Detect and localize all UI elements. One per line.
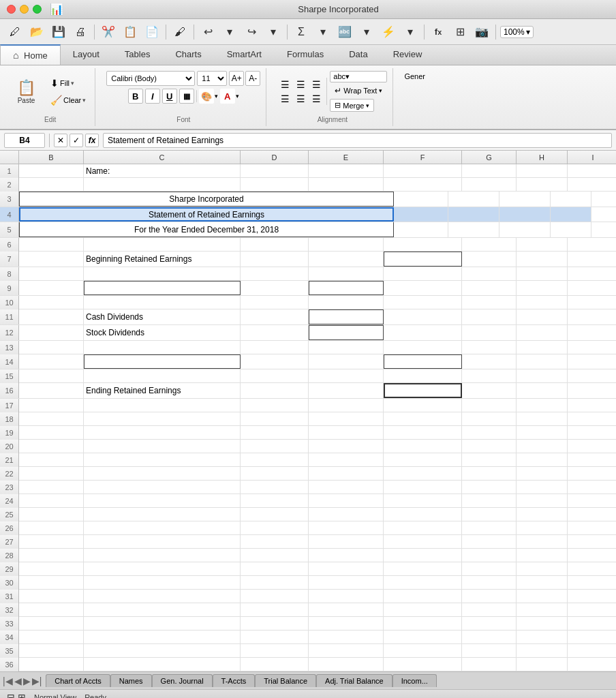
cell-g9[interactable] xyxy=(462,281,517,296)
cell-c14-input[interactable] xyxy=(84,354,241,369)
cell-e33[interactable] xyxy=(309,617,384,631)
cell-g33[interactable] xyxy=(462,617,517,631)
tab-layout[interactable]: Layout xyxy=(61,45,112,65)
cell-b24[interactable] xyxy=(19,494,84,508)
cell-g2[interactable] xyxy=(462,178,517,192)
cell-b25[interactable] xyxy=(19,508,84,521)
cell-c8[interactable] xyxy=(84,267,241,281)
cell-i4[interactable] xyxy=(499,207,551,222)
cell-b17[interactable] xyxy=(19,399,84,412)
tab-last-icon[interactable]: ▶| xyxy=(32,676,42,686)
align-bot-right[interactable]: ☰ xyxy=(309,92,324,106)
cell-d11[interactable] xyxy=(241,309,309,324)
cell-e34[interactable] xyxy=(309,631,384,644)
cell-d18[interactable] xyxy=(241,412,309,426)
cell-b2[interactable] xyxy=(19,178,84,192)
cell-d1[interactable] xyxy=(241,164,309,178)
cell-h21[interactable] xyxy=(517,453,568,467)
cell-i14[interactable] xyxy=(568,354,616,369)
italic-btn[interactable]: I xyxy=(145,89,160,104)
cell-i6[interactable] xyxy=(568,238,616,252)
cell-f29[interactable] xyxy=(384,562,462,576)
cell-e12-input[interactable] xyxy=(309,325,384,340)
cell-g31[interactable] xyxy=(462,590,517,603)
cell-f25[interactable] xyxy=(384,508,462,521)
tab-next-icon[interactable]: ▶ xyxy=(23,676,31,686)
font-color-btn[interactable]: A ▾ xyxy=(220,89,239,104)
cell-g7[interactable] xyxy=(462,252,517,267)
cell-b15[interactable] xyxy=(19,369,84,383)
cell-b16[interactable] xyxy=(19,383,84,398)
cell-d9[interactable] xyxy=(241,281,309,296)
cell-f35[interactable] xyxy=(384,644,462,658)
cell-g13[interactable] xyxy=(462,341,517,354)
cell-f24[interactable] xyxy=(384,494,462,508)
cell-f8[interactable] xyxy=(384,267,462,281)
cell-e24[interactable] xyxy=(309,494,384,508)
save-btn[interactable]: 💾 xyxy=(49,23,68,41)
cell-reference[interactable]: B4 xyxy=(4,133,45,148)
cell-b18[interactable] xyxy=(19,412,84,426)
cell-d21[interactable] xyxy=(241,453,309,467)
cell-e23[interactable] xyxy=(309,481,384,494)
cell-e21[interactable] xyxy=(309,453,384,467)
cell-d10[interactable] xyxy=(241,296,309,309)
cell-c16[interactable]: Ending Retained Earnings xyxy=(84,383,241,398)
underline-btn[interactable]: U xyxy=(162,89,177,104)
cell-i1[interactable] xyxy=(568,164,616,178)
cell-b6[interactable] xyxy=(19,238,84,252)
minimize-button[interactable] xyxy=(20,5,29,14)
tab-first-icon[interactable]: |◀ xyxy=(3,676,13,686)
cell-b35[interactable] xyxy=(19,644,84,658)
cell-e17[interactable] xyxy=(309,399,384,412)
maximize-button[interactable] xyxy=(33,5,42,14)
cell-f21[interactable] xyxy=(384,453,462,467)
cell-d2[interactable] xyxy=(241,178,309,192)
cell-b9[interactable] xyxy=(19,281,84,296)
cell-d28[interactable] xyxy=(241,549,309,562)
cell-c9-input[interactable] xyxy=(84,281,241,296)
cell-h11[interactable] xyxy=(517,309,568,324)
cell-j3[interactable] xyxy=(551,192,591,207)
cell-h13[interactable] xyxy=(517,341,568,354)
align-top-center[interactable]: ☰ xyxy=(293,78,308,91)
highlight-dropdown[interactable]: ▾ xyxy=(215,93,218,100)
font-color-dropdown[interactable]: ▾ xyxy=(236,93,239,100)
cell-f12[interactable] xyxy=(384,325,462,340)
cell-f31[interactable] xyxy=(384,590,462,603)
cell-e35[interactable] xyxy=(309,644,384,658)
cell-f33[interactable] xyxy=(384,617,462,631)
cell-h7[interactable] xyxy=(517,252,568,267)
tab-review[interactable]: Review xyxy=(381,45,435,65)
normal-view-icon[interactable]: ⊟ xyxy=(7,692,15,699)
cell-h23[interactable] xyxy=(517,481,568,494)
cell-d36[interactable] xyxy=(241,658,309,671)
cell-b30[interactable] xyxy=(19,576,84,590)
cell-b8[interactable] xyxy=(19,267,84,281)
cell-g18[interactable] xyxy=(462,412,517,426)
cell-h27[interactable] xyxy=(517,535,568,549)
cell-g8[interactable] xyxy=(462,267,517,281)
print-btn[interactable]: 🖨 xyxy=(71,23,90,41)
border-btn[interactable]: ▦ xyxy=(179,89,194,104)
cell-g36[interactable] xyxy=(462,658,517,671)
cell-g6[interactable] xyxy=(462,238,517,252)
cell-c11[interactable]: Cash Dividends xyxy=(84,309,241,324)
cell-b7[interactable] xyxy=(19,252,84,267)
cell-i23[interactable] xyxy=(568,481,616,494)
cell-i25[interactable] xyxy=(568,508,616,521)
cell-e1[interactable] xyxy=(309,164,384,178)
cell-c21[interactable] xyxy=(84,453,241,467)
cell-e15[interactable] xyxy=(309,369,384,383)
cell-b13[interactable] xyxy=(19,341,84,354)
cell-g24[interactable] xyxy=(462,494,517,508)
normal-view-btn[interactable]: Normal View xyxy=(34,693,76,699)
cell-c28[interactable] xyxy=(84,549,241,562)
cell-g35[interactable] xyxy=(462,644,517,658)
cell-h8[interactable] xyxy=(517,267,568,281)
paste-button[interactable]: 📋 Paste xyxy=(11,76,42,108)
bold-btn[interactable]: B xyxy=(128,89,143,104)
tab-prev-icon[interactable]: ◀ xyxy=(14,676,22,686)
cell-f27[interactable] xyxy=(384,535,462,549)
filter-drop-btn[interactable]: ▾ xyxy=(401,23,420,41)
